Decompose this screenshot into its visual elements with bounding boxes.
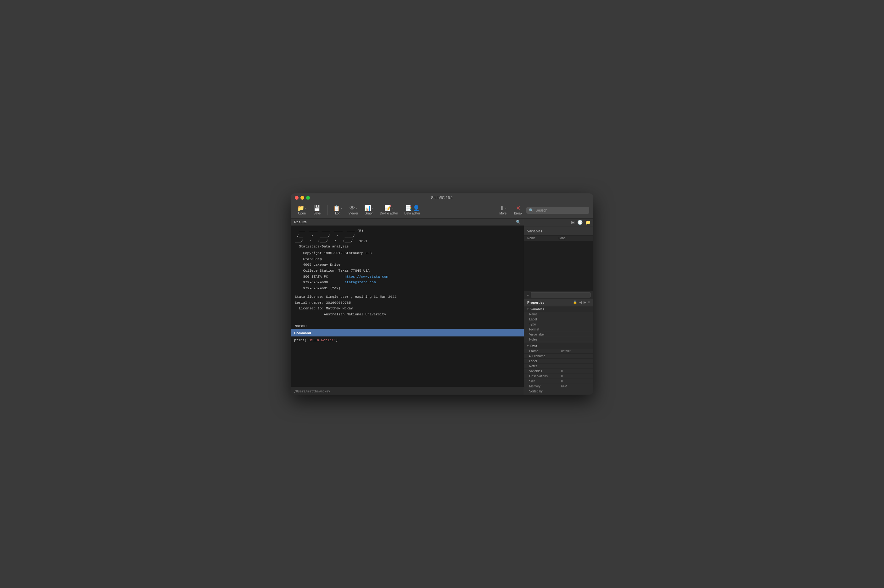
- dofile-button[interactable]: 📝 ▾ Do-file Editor: [377, 204, 400, 216]
- log-icon: 📋: [333, 206, 340, 211]
- results-search-icon[interactable]: 🔍: [516, 220, 521, 224]
- stata-url[interactable]: https://www.stata.com: [344, 275, 388, 279]
- dofile-icon: 📝: [385, 206, 391, 211]
- variables-columns: Name Label: [524, 236, 593, 241]
- prop-data-section-header[interactable]: ▼ Data: [524, 344, 593, 349]
- toolbar: 📁 ▾ Open 💾 Save 📋 ▾ Log 👁 ▾ Viewer: [291, 202, 593, 219]
- open-label: Open: [298, 212, 305, 215]
- prop-valuelabel-row: Value label: [524, 332, 593, 337]
- prop-data-section-title: Data: [531, 344, 537, 348]
- prop-name-key: Name: [529, 312, 559, 316]
- var-filter-icon: ⊙: [527, 293, 529, 297]
- prop-memory-value: 64M: [559, 384, 591, 388]
- prop-size-row: Size 0: [524, 379, 593, 384]
- viewer-dropdown-arrow: ▾: [356, 207, 357, 210]
- stata-info: Copyright 1985-2019 StataCorp LLC StataC…: [295, 250, 520, 291]
- command-title: Command: [294, 331, 311, 335]
- viewer-label: Viewer: [349, 212, 358, 215]
- close-button[interactable]: [295, 196, 299, 200]
- save-button[interactable]: 💾 Save: [310, 204, 324, 216]
- maximize-button[interactable]: [306, 196, 310, 200]
- prop-format-key: Format: [529, 328, 559, 331]
- prop-data-section: ▼ Data Frame default ▶ Filename Label: [524, 343, 593, 394]
- more-label: More: [499, 212, 507, 215]
- history-icon[interactable]: 🕐: [577, 220, 583, 225]
- prop-label-key: Label: [529, 318, 559, 321]
- break-button[interactable]: ✕ Break: [511, 204, 525, 216]
- results-area: ___ ____ ____ ____ ____ (R) /__ / ____/ …: [291, 226, 524, 329]
- results-title: Results: [294, 220, 307, 224]
- titlebar: Stata/IC 16.1: [291, 194, 593, 202]
- variables-list: [524, 241, 593, 291]
- open-button[interactable]: 📁 ▾ Open: [295, 204, 309, 216]
- prop-size-key: Size: [529, 380, 559, 383]
- graph-button[interactable]: 📊 ▾ Graph: [362, 204, 376, 216]
- dataeditor-label: Data Editor: [404, 212, 420, 215]
- variables-grid-icon[interactable]: ⊞: [571, 220, 575, 225]
- traffic-lights: [295, 196, 310, 200]
- prop-memory-key: Memory: [529, 384, 559, 388]
- nav-forward-icon[interactable]: ▶: [583, 300, 586, 304]
- command-area[interactable]: print("Hello World!"): [291, 336, 524, 387]
- variable-search-bar: ⊙: [524, 291, 593, 299]
- stata-logo: ___ ____ ____ ____ ____ (R) /__ / ____/ …: [295, 228, 520, 249]
- search-input[interactable]: [535, 208, 583, 213]
- folder-icon[interactable]: 📁: [585, 220, 591, 225]
- save-icon: 💾: [314, 206, 320, 211]
- prop-format-row: Format: [524, 327, 593, 332]
- right-toolbar: ⊞ 🕐 📁: [524, 219, 593, 226]
- cmd-print-suffix: ): [336, 338, 338, 342]
- more-icon: ⬇: [499, 206, 504, 211]
- variables-header: Variables: [524, 226, 593, 236]
- log-button[interactable]: 📋 ▾ Log: [331, 204, 345, 216]
- open-icon: 📁: [297, 206, 304, 211]
- variable-search-input[interactable]: [531, 292, 591, 297]
- nav-back-icon[interactable]: ◀: [579, 300, 582, 304]
- prop-frame-key: Frame: [529, 350, 559, 353]
- status-path: /Users/matthewmckay: [294, 390, 330, 393]
- graph-label: Graph: [365, 212, 373, 215]
- prop-type-row: Type: [524, 322, 593, 327]
- prop-datanotes-row: Notes: [524, 364, 593, 369]
- minimize-button[interactable]: [301, 196, 304, 200]
- status-bar: /Users/matthewmckay: [291, 387, 524, 394]
- break-icon: ✕: [516, 206, 521, 211]
- search-bar[interactable]: 🔍: [526, 207, 589, 214]
- search-icon: 🔍: [529, 208, 534, 213]
- prop-variables-section-header[interactable]: ▼ Variables: [524, 307, 593, 312]
- log-label: Log: [335, 212, 340, 215]
- prop-filename-row[interactable]: ▶ Filename: [524, 354, 593, 359]
- open-dropdown-arrow: ▾: [305, 207, 307, 210]
- properties-icons: 🔒 ◀ ▶ ≡: [573, 300, 590, 304]
- stata-email[interactable]: stata@stata.com: [344, 280, 376, 284]
- save-label: Save: [314, 212, 321, 215]
- prop-observations-row: Observations 0: [524, 374, 593, 379]
- dataeditor-button[interactable]: 📑 👤 Data Editor: [402, 204, 422, 216]
- prop-frame-value: default: [559, 350, 591, 353]
- more-button[interactable]: ⬇ ▾ More: [496, 204, 510, 216]
- prop-size-value: 0: [559, 380, 591, 383]
- menu-icon[interactable]: ≡: [588, 300, 590, 304]
- filename-chevron: ▶: [529, 355, 531, 357]
- prop-notes-row: Notes: [524, 337, 593, 342]
- main-window: Stata/IC 16.1 📁 ▾ Open 💾 Save 📋 ▾ Log: [291, 194, 593, 394]
- dataeditor-icon: 📑: [405, 206, 412, 211]
- properties-title: Properties: [527, 301, 544, 304]
- variables-chevron: ▼: [527, 308, 529, 310]
- prop-notes-key: Notes: [529, 338, 559, 341]
- variables-title: Variables: [527, 229, 542, 233]
- window-title: Stata/IC 16.1: [431, 196, 453, 200]
- lock-icon[interactable]: 🔒: [573, 300, 577, 304]
- properties-panel: Properties 🔒 ◀ ▶ ≡ ▼ Variables N: [524, 299, 593, 394]
- prop-datalabel-row: Label: [524, 359, 593, 364]
- dofile-dropdown-arrow: ▾: [392, 207, 394, 210]
- prop-label-row: Label: [524, 317, 593, 322]
- var-col-name: Name: [527, 237, 559, 240]
- viewer-button[interactable]: 👁 ▾ Viewer: [346, 204, 361, 216]
- prop-observations-key: Observations: [529, 375, 559, 378]
- stata-notes: Stata license: Single-user , expiring 31…: [295, 294, 520, 329]
- break-label: Break: [514, 212, 522, 215]
- prop-variables-count-key: Variables: [529, 369, 559, 373]
- prop-name-row: Name: [524, 312, 593, 317]
- graph-icon: 📊: [364, 206, 371, 211]
